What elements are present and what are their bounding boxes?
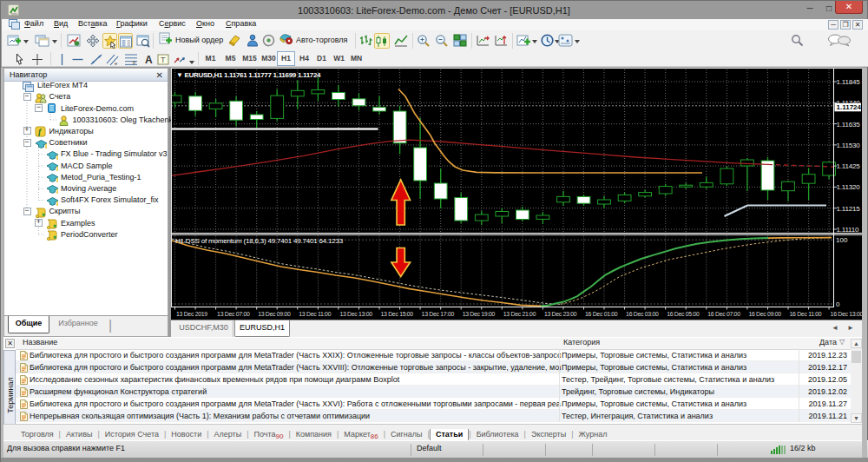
svg-text:13 Dec 19:00: 13 Dec 19:00 — [463, 311, 496, 317]
svg-text:1.11845: 1.11845 — [837, 78, 861, 86]
svg-text:1.11425: 1.11425 — [837, 162, 861, 170]
svg-text:1.11110: 1.11110 — [837, 226, 859, 234]
svg-text:1.11635: 1.11635 — [837, 121, 861, 129]
svg-text:13 Dec 11:00: 13 Dec 11:00 — [299, 311, 331, 317]
svg-text:0: 0 — [836, 300, 840, 308]
svg-text:13 Dec 2019: 13 Dec 2019 — [176, 311, 207, 317]
svg-text:1.11320: 1.11320 — [837, 183, 861, 191]
svg-text:13 Dec 23:00: 13 Dec 23:00 — [544, 311, 577, 317]
svg-text:1.11530: 1.11530 — [837, 142, 861, 149]
svg-text:H1 DSS of momentum (18,6,3) 49: H1 DSS of momentum (18,6,3) 49.7401 49.7… — [175, 237, 344, 245]
svg-text:16 Dec 09:00: 16 Dec 09:00 — [748, 311, 781, 317]
svg-text:e: e — [115, 61, 118, 66]
svg-text:13 Dec 07:00: 13 Dec 07:00 — [217, 311, 250, 317]
svg-text:A: A — [145, 54, 153, 66]
svg-text:▼ EURUSD,H1 1.11761 1.11777 1: ▼ EURUSD,H1 1.11761 1.11777 1.11699 1.11… — [176, 71, 321, 79]
svg-text:13 Dec 21:00: 13 Dec 21:00 — [503, 311, 536, 317]
svg-text:13 Dec 13:00: 13 Dec 13:00 — [339, 311, 372, 317]
svg-text:1.11215: 1.11215 — [837, 205, 861, 213]
svg-text:13 Dec 15:00: 13 Dec 15:00 — [381, 311, 414, 317]
svg-text:16 Dec 13:00: 16 Dec 13:00 — [831, 311, 864, 317]
svg-text:1.11724: 1.11724 — [837, 103, 862, 111]
svg-text:100: 100 — [836, 236, 848, 244]
svg-text:16 Dec 05:00: 16 Dec 05:00 — [667, 311, 700, 317]
svg-text:F: F — [133, 60, 136, 66]
svg-text:13 Dec 17:00: 13 Dec 17:00 — [422, 311, 455, 317]
svg-text:16 Dec 01:00: 16 Dec 01:00 — [585, 311, 618, 317]
svg-text:16 Dec 07:00: 16 Dec 07:00 — [707, 311, 740, 317]
svg-text:16 Dec 03:00: 16 Dec 03:00 — [626, 311, 659, 317]
svg-text:13 Dec 09:00: 13 Dec 09:00 — [258, 311, 291, 317]
svg-text:T: T — [161, 56, 166, 64]
svg-text:16 Dec 11:00: 16 Dec 11:00 — [790, 311, 822, 317]
